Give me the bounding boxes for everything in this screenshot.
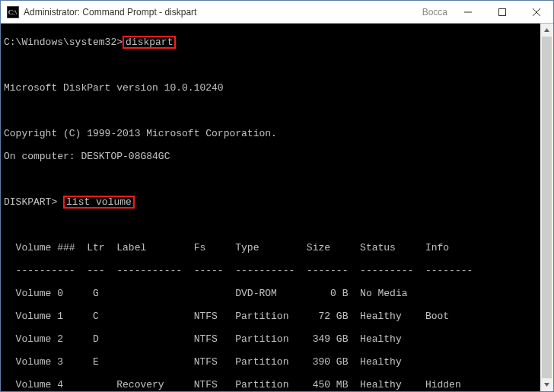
table-row: Volume 0 G DVD-ROM 0 B No Media [4, 288, 550, 299]
minimize-button[interactable] [451, 1, 485, 23]
cmd-icon: C:\ [7, 6, 19, 18]
table-row: Volume 4 Recovery NTFS Partition 450 MB … [4, 379, 550, 390]
terminal-body[interactable]: C:\Windows\system32>diskpart Microsoft D… [1, 24, 553, 391]
table-row: Volume 2 D NTFS Partition 349 GB Healthy [4, 333, 550, 345]
version-line: Microsoft DiskPart version 10.0.10240 [4, 82, 550, 94]
scroll-up-button[interactable] [540, 24, 553, 37]
titlebar-user: Bocca [422, 7, 447, 18]
prompt-line: C:\Windows\system32>diskpart [4, 37, 550, 48]
table-header: Volume ### Ltr Label Fs Type Size Status… [4, 242, 550, 253]
table-row: Volume 1 C NTFS Partition 72 GB Healthy … [4, 311, 550, 322]
computer-line: On computer: DESKTOP-08G84GC [4, 151, 550, 162]
svg-marker-7 [544, 28, 549, 32]
shell-prompt: C:\Windows\system32> [4, 37, 123, 48]
close-button[interactable] [519, 1, 553, 23]
cmd-diskpart: diskpart [123, 36, 176, 49]
copyright-line: Copyright (C) 1999-2013 Microsoft Corpor… [4, 128, 550, 139]
maximize-button[interactable] [485, 1, 519, 23]
svg-text:C:\: C:\ [8, 8, 18, 16]
table-divider: ---------- --- ----------- ----- -------… [4, 265, 550, 276]
diskpart-prompt-line: DISKPART> list volume [4, 196, 550, 208]
diskpart-prompt: DISKPART> [4, 196, 57, 208]
scroll-track[interactable] [540, 37, 553, 378]
scroll-down-button[interactable] [540, 378, 553, 391]
svg-marker-8 [544, 383, 549, 387]
scroll-thumb[interactable] [542, 37, 552, 378]
window-title: Administrator: Command Prompt - diskpart [24, 7, 196, 18]
command-prompt-window: C:\ Administrator: Command Prompt - disk… [0, 0, 554, 392]
titlebar[interactable]: C:\ Administrator: Command Prompt - disk… [1, 1, 553, 24]
scrollbar[interactable] [540, 24, 553, 391]
table-row: Volume 3 E NTFS Partition 390 GB Healthy [4, 356, 550, 368]
svg-rect-4 [498, 8, 505, 15]
cmd-list-volume: list volume [63, 196, 135, 209]
